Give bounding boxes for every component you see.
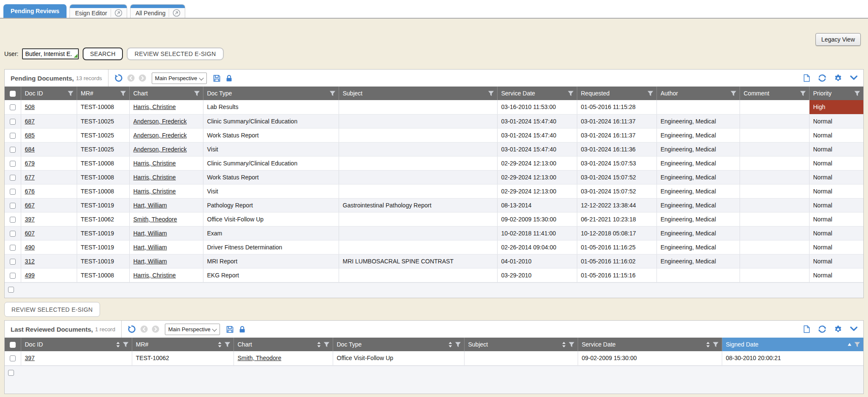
sort-asc-icon[interactable] bbox=[847, 343, 852, 347]
doc-id-link[interactable]: 508 bbox=[25, 103, 35, 110]
column-header[interactable]: Doc Type bbox=[203, 87, 339, 100]
chart-link[interactable]: Harris, Christine bbox=[134, 174, 176, 181]
refresh-icon[interactable] bbox=[818, 73, 827, 83]
filter-icon[interactable] bbox=[122, 341, 129, 348]
row-checkbox[interactable] bbox=[10, 203, 16, 209]
column-header[interactable]: Author bbox=[657, 87, 740, 100]
filter-icon[interactable] bbox=[455, 341, 461, 348]
column-header[interactable]: Subject bbox=[464, 338, 578, 351]
doc-id-link[interactable]: 677 bbox=[25, 174, 35, 181]
save-icon[interactable] bbox=[225, 325, 234, 334]
row-checkbox[interactable] bbox=[10, 161, 16, 167]
review-selected-esign-button-bottom[interactable]: REVIEW SELECTED E-SIGN bbox=[4, 302, 100, 317]
column-header[interactable]: Chart bbox=[129, 87, 203, 100]
column-header[interactable]: Doc ID bbox=[21, 338, 132, 351]
row-checkbox[interactable] bbox=[10, 133, 16, 139]
doc-id-link[interactable]: 687 bbox=[25, 118, 35, 125]
row-checkbox[interactable] bbox=[10, 231, 16, 237]
sort-icon[interactable] bbox=[217, 341, 222, 348]
row-checkbox[interactable] bbox=[10, 273, 16, 279]
footer-checkbox[interactable] bbox=[8, 287, 14, 293]
chart-link[interactable]: Hart, William bbox=[134, 230, 167, 237]
next-page-icon[interactable] bbox=[139, 74, 146, 82]
doc-id-link[interactable]: 685 bbox=[25, 132, 35, 139]
filter-icon[interactable] bbox=[854, 90, 860, 97]
filter-icon[interactable] bbox=[568, 90, 574, 97]
doc-id-link[interactable]: 667 bbox=[25, 202, 35, 209]
filter-icon[interactable] bbox=[568, 341, 575, 348]
chevron-down-icon[interactable] bbox=[849, 75, 858, 81]
row-checkbox[interactable] bbox=[10, 355, 16, 361]
chart-link[interactable]: Hart, William bbox=[134, 244, 167, 251]
column-header[interactable]: Doc Type bbox=[333, 338, 464, 351]
checkbox-icon[interactable] bbox=[10, 91, 16, 97]
filter-icon[interactable] bbox=[120, 90, 126, 97]
select-all-checkbox-header[interactable] bbox=[5, 338, 21, 351]
doc-id-link[interactable]: 312 bbox=[25, 258, 35, 265]
row-checkbox[interactable] bbox=[10, 175, 16, 181]
row-checkbox[interactable] bbox=[10, 245, 16, 251]
settings-gear-icon[interactable] bbox=[834, 74, 843, 83]
column-header[interactable]: Signed Date bbox=[722, 338, 863, 351]
footer-checkbox[interactable] bbox=[8, 370, 14, 376]
doc-id-link[interactable]: 679 bbox=[25, 160, 35, 167]
lock-icon[interactable] bbox=[225, 74, 233, 82]
filter-icon[interactable] bbox=[323, 341, 330, 348]
chart-link[interactable]: Hart, William bbox=[134, 202, 167, 209]
chart-link[interactable]: Smith, Theodore bbox=[238, 355, 281, 361]
column-header[interactable]: Service Date bbox=[497, 87, 577, 100]
filter-icon[interactable] bbox=[854, 341, 860, 348]
review-selected-esign-button[interactable]: REVIEW SELECTED E-SIGN bbox=[127, 48, 224, 60]
column-header[interactable]: Chart bbox=[234, 338, 333, 351]
save-icon[interactable] bbox=[212, 74, 221, 83]
row-checkbox[interactable] bbox=[10, 147, 16, 153]
column-header[interactable]: Requested bbox=[577, 87, 657, 100]
doc-id-link[interactable]: 490 bbox=[25, 244, 35, 251]
filter-icon[interactable] bbox=[488, 90, 494, 97]
external-link-icon[interactable] bbox=[169, 9, 181, 17]
column-header[interactable]: Doc ID bbox=[21, 87, 77, 100]
sort-icon[interactable] bbox=[317, 341, 321, 348]
chart-link[interactable]: Harris, Christine bbox=[134, 188, 176, 195]
lock-icon[interactable] bbox=[238, 325, 246, 333]
chart-link[interactable]: Anderson, Frederick bbox=[134, 132, 187, 139]
filter-icon[interactable] bbox=[329, 90, 336, 97]
select-all-checkbox-header[interactable] bbox=[5, 87, 21, 100]
document-icon[interactable] bbox=[802, 324, 811, 334]
doc-id-link[interactable]: 397 bbox=[25, 355, 35, 361]
undo-icon[interactable] bbox=[114, 73, 123, 83]
filter-icon[interactable] bbox=[224, 341, 231, 348]
perspective-select[interactable]: Main Perspective bbox=[152, 73, 207, 84]
column-header[interactable]: Comment bbox=[740, 87, 809, 100]
sort-icon[interactable] bbox=[116, 341, 120, 348]
user-input[interactable] bbox=[22, 48, 79, 59]
document-icon[interactable] bbox=[802, 73, 811, 83]
row-checkbox[interactable] bbox=[10, 189, 16, 195]
settings-gear-icon[interactable] bbox=[834, 325, 843, 334]
legacy-view-button[interactable]: Legacy View bbox=[815, 33, 861, 46]
filter-icon[interactable] bbox=[194, 90, 200, 97]
external-link-icon[interactable] bbox=[111, 9, 122, 17]
doc-id-link[interactable]: 499 bbox=[25, 272, 35, 279]
undo-icon[interactable] bbox=[127, 324, 136, 334]
perspective-select[interactable]: Main Perspective bbox=[165, 324, 220, 335]
chart-link[interactable]: Harris, Christine bbox=[134, 160, 176, 167]
column-header[interactable]: MR# bbox=[132, 338, 234, 351]
tab-all-pending[interactable]: All Pending bbox=[130, 4, 186, 18]
chart-link[interactable]: Hart, William bbox=[134, 258, 167, 265]
chevron-down-icon[interactable] bbox=[849, 326, 858, 333]
filter-icon[interactable] bbox=[712, 341, 719, 348]
resize-handle-icon[interactable] bbox=[74, 54, 78, 58]
sort-icon[interactable] bbox=[448, 341, 453, 348]
chart-link[interactable]: Harris, Christine bbox=[134, 103, 176, 110]
chart-link[interactable]: Harris, Christine bbox=[134, 272, 176, 279]
column-header[interactable]: MR# bbox=[77, 87, 129, 100]
filter-icon[interactable] bbox=[800, 90, 806, 97]
row-checkbox[interactable] bbox=[10, 259, 16, 265]
prev-page-icon[interactable] bbox=[127, 74, 135, 82]
sort-icon[interactable] bbox=[706, 341, 710, 348]
doc-id-link[interactable]: 607 bbox=[25, 230, 35, 237]
filter-icon[interactable] bbox=[647, 90, 654, 97]
chart-link[interactable]: Smith, Theodore bbox=[134, 216, 177, 223]
column-header[interactable]: Subject bbox=[339, 87, 497, 100]
